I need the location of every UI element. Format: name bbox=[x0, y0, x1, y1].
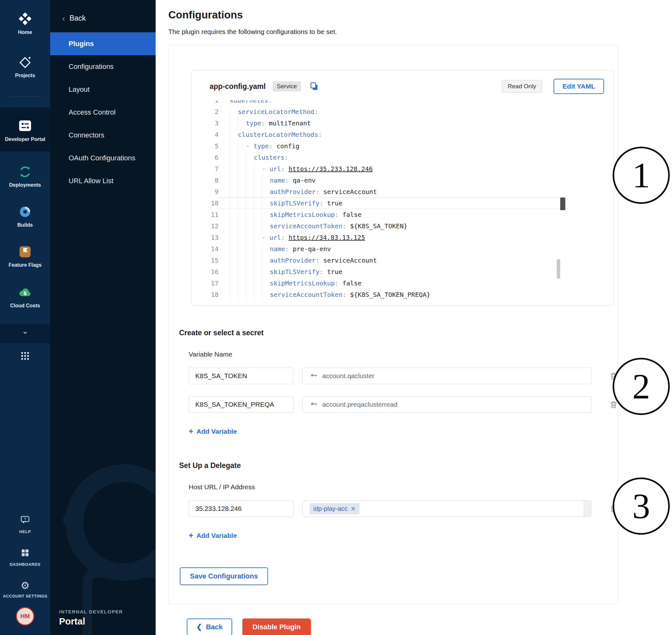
sidebar-item-developer-portal[interactable]: Developer Portal bbox=[0, 118, 50, 143]
annotation-circle-3: 3 bbox=[613, 478, 670, 535]
host-url-input[interactable] bbox=[189, 500, 294, 517]
sidebar-item-label: Cloud Costs bbox=[8, 303, 42, 309]
page-subtitle: The plugin requires the following config… bbox=[168, 28, 672, 36]
yaml-line: 15authProvider: serviceAccount bbox=[191, 255, 613, 266]
plus-icon: + bbox=[189, 531, 193, 540]
line-number: 8 bbox=[191, 175, 218, 186]
tag-label: idp-play-acc bbox=[313, 505, 348, 512]
variable-name-input[interactable] bbox=[189, 368, 294, 384]
nav-item-configurations[interactable]: Configurations bbox=[50, 55, 156, 78]
disable-plugin-button[interactable]: Disable Plugin bbox=[242, 618, 311, 635]
save-configurations-button[interactable]: Save Configurations bbox=[180, 567, 268, 585]
line-number: 12 bbox=[191, 220, 218, 232]
nav-item-plugins[interactable]: Plugins bbox=[50, 32, 156, 55]
yaml-filename: app-config.yaml bbox=[210, 82, 265, 91]
edit-yaml-button[interactable]: Edit YAML bbox=[554, 79, 604, 94]
scrollbar-thumb-secondary[interactable] bbox=[557, 259, 560, 279]
line-number: 3 bbox=[191, 117, 218, 129]
sidebar-item-builds[interactable]: Builds bbox=[0, 205, 50, 228]
yaml-line: 9authProvider: serviceAccount bbox=[191, 186, 613, 197]
scrollbar-thumb[interactable] bbox=[560, 197, 565, 210]
grid-icon bbox=[20, 351, 30, 362]
sidebar-item-label: Developer Portal bbox=[3, 136, 47, 143]
sidebar-item-account-settings[interactable]: ⚙ ACCOUNT SETTINGS bbox=[0, 581, 50, 599]
user-avatar[interactable]: HM bbox=[16, 607, 34, 626]
sidebar-item-help[interactable]: ? HELP bbox=[0, 514, 50, 534]
add-variable-button[interactable]: + Add Variable bbox=[189, 531, 237, 540]
sidebar-item-home[interactable]: Home bbox=[0, 12, 50, 36]
read-only-badge: Read Only bbox=[502, 80, 542, 93]
sidebar-item-label: Feature Flags bbox=[7, 262, 44, 268]
variable-row: account.qacluster bbox=[189, 368, 618, 384]
delegate-tag-chip: idp-play-acc ✕ bbox=[310, 503, 360, 514]
variable-name-input[interactable] bbox=[189, 396, 294, 413]
back-button-label: Back bbox=[206, 623, 223, 631]
module-grid-button[interactable] bbox=[0, 351, 50, 362]
yaml-line: 18serviceAccountToken: ${K8S_SA_TOKEN_PR… bbox=[191, 289, 613, 300]
annotation-circle-1: 1 bbox=[613, 147, 670, 204]
sidebar-item-projects[interactable]: Projects bbox=[0, 56, 50, 79]
delegate-tags-field[interactable]: idp-play-acc ✕ bbox=[302, 500, 592, 517]
yaml-line: 1kubernetes: bbox=[191, 100, 613, 106]
nav-item-layout[interactable]: Layout bbox=[50, 78, 156, 101]
sidebar-item-dashboards[interactable]: DASHBOARDS bbox=[0, 548, 50, 567]
back-nav[interactable]: ‹ Back bbox=[50, 0, 156, 32]
remove-tag-icon[interactable]: ✕ bbox=[351, 505, 356, 512]
line-number: 13 bbox=[191, 232, 218, 243]
secret-value: account.preqaclusterread bbox=[322, 401, 397, 408]
sidebar-item-feature-flags[interactable]: Feature Flags bbox=[0, 245, 50, 268]
yaml-line: 16skipTLSVerify: true bbox=[191, 266, 613, 278]
gear-icon: ⚙ bbox=[21, 581, 30, 591]
yaml-line: 12serviceAccountToken: ${K8S_SA_TOKEN} bbox=[191, 220, 613, 232]
yaml-code: 1kubernetes:2serviceLocatorMethod:3type:… bbox=[191, 100, 613, 300]
variable-name-label: Variable Name bbox=[189, 351, 618, 358]
yaml-line: 14name: pre-qa-env bbox=[191, 243, 613, 255]
deployments-icon bbox=[18, 165, 32, 179]
help-icon: ? bbox=[20, 514, 30, 526]
yaml-card-header: app-config.yaml Service Read Only Edit Y… bbox=[191, 70, 613, 100]
sidebar-item-label: Projects bbox=[13, 72, 37, 79]
secret-section-heading: Create or select a secret bbox=[179, 329, 618, 337]
sidebar-item-label: Deployments bbox=[7, 182, 43, 188]
line-number: 10 bbox=[191, 197, 218, 209]
add-variable-label: Add Variable bbox=[197, 532, 237, 540]
nav-item-connectors[interactable]: Connectors bbox=[50, 124, 156, 147]
secret-select-field[interactable]: account.preqaclusterread bbox=[302, 396, 592, 413]
sidebar-item-label: Home bbox=[16, 29, 34, 36]
key-icon bbox=[310, 371, 318, 381]
line-number: 1 bbox=[191, 100, 218, 106]
yaml-line: 5- type: config bbox=[191, 140, 613, 152]
add-variable-button[interactable]: + Add Variable bbox=[189, 428, 237, 435]
nav-item-url-allow-list[interactable]: URL Allow List bbox=[50, 170, 156, 192]
line-number: 6 bbox=[191, 152, 218, 163]
sidebar-item-deployments[interactable]: Deployments bbox=[0, 165, 50, 188]
feature-flags-icon bbox=[18, 245, 32, 259]
chevron-down-icon bbox=[20, 329, 30, 338]
nav-item-access-control[interactable]: Access Control bbox=[50, 101, 156, 124]
delegate-row: idp-play-acc ✕ bbox=[189, 500, 618, 517]
back-label: Back bbox=[69, 14, 86, 23]
sidebar-expand-band[interactable] bbox=[0, 324, 50, 343]
line-number: 7 bbox=[191, 163, 218, 175]
sidebar-item-label: HELP bbox=[18, 529, 33, 534]
svg-text:?: ? bbox=[24, 517, 26, 522]
nav-item-oauth-configurations[interactable]: OAuth Configurations bbox=[50, 147, 156, 170]
line-number: 5 bbox=[191, 140, 218, 152]
back-button[interactable]: ❮ Back bbox=[187, 618, 232, 635]
secret-select-field[interactable]: account.qacluster bbox=[302, 368, 592, 384]
yaml-line: 13- url: https://34.83.13.125 bbox=[191, 232, 613, 243]
projects-icon bbox=[18, 56, 32, 69]
sidebar-item-label: ACCOUNT SETTINGS bbox=[1, 594, 49, 599]
chevron-left-icon: ‹ bbox=[62, 14, 65, 23]
sidebar-item-cloud-costs[interactable]: $ Cloud Costs bbox=[0, 285, 50, 309]
primary-sidebar: Home Projects Developer Portal Deploymen… bbox=[0, 0, 50, 635]
line-number: 16 bbox=[191, 266, 218, 278]
configurations-panel: app-config.yaml Service Read Only Edit Y… bbox=[168, 45, 618, 604]
yaml-line: 17skipMetricsLookup: false bbox=[191, 278, 613, 289]
sidebar-item-label: Builds bbox=[16, 222, 35, 228]
yaml-line: 11skipMetricsLookup: false bbox=[191, 209, 613, 220]
yaml-editor: 1kubernetes:2serviceLocatorMethod:3type:… bbox=[191, 100, 613, 305]
copy-icon[interactable] bbox=[309, 82, 319, 91]
line-number: 14 bbox=[191, 243, 218, 255]
add-variable-label: Add Variable bbox=[197, 428, 237, 435]
